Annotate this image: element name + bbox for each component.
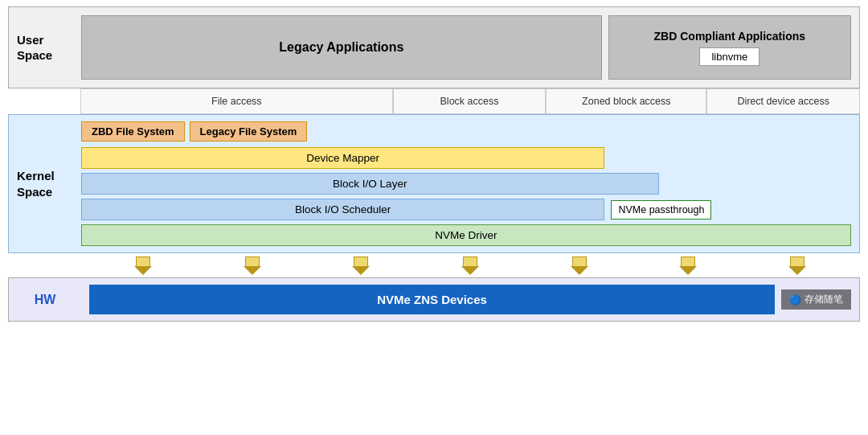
diagram-wrapper: User Space Legacy Applications ZBD Compl… [0,0,868,328]
fs-row: ZBD File System Legacy File System [81,121,851,142]
access-row: File access Block access Zoned block acc… [8,88,860,114]
kernel-space-content: ZBD File System Legacy File System Devic… [81,115,859,252]
block-access-label: Block access [393,88,547,114]
file-access-label: File access [80,88,393,114]
nvme-driver-box: NVMe Driver [81,224,851,246]
direct-device-access-label: Direct device access [706,88,860,114]
access-spacer [8,88,80,114]
legacy-applications-box: Legacy Applications [81,15,602,80]
kernel-space-section: Kernel Space ZBD File System Legacy File… [8,114,860,253]
zbd-file-system-box: ZBD File System [81,121,185,142]
watermark-icon: 🔵 [789,294,801,306]
legacy-file-system-box: Legacy File System [190,121,308,142]
user-space-label: User Space [9,7,81,88]
arrow-6 [679,256,697,275]
watermark: 🔵 存储随笔 [781,289,851,310]
user-space-content: Legacy Applications ZBD Compliant Applic… [81,7,859,88]
arrow-1 [134,256,152,275]
access-labels: File access Block access Zoned block acc… [80,88,860,114]
arrow-5 [571,256,588,275]
arrow-4 [461,256,479,275]
arrows-between-row [8,253,860,277]
arrow-7 [788,256,806,275]
zbd-compliant-box: ZBD Compliant Applications libnvme [608,15,851,80]
device-mapper-box: Device Mapper [81,147,604,169]
user-space-section: User Space Legacy Applications ZBD Compl… [8,6,860,88]
hw-section: HW NVMe ZNS Devices 🔵 存储随笔 [8,277,860,322]
arrow-2 [244,256,261,275]
block-io-scheduler-box: Block I/O Scheduler [81,199,604,220]
scheduler-row: Block I/O Scheduler NVMe passthrough [81,199,851,220]
hw-label: HW [9,278,81,321]
hw-content: NVMe ZNS Devices 🔵 存储随笔 [81,278,859,321]
zoned-block-access-label: Zoned block access [546,88,706,114]
block-io-layer-box: Block I/O Layer [81,173,659,195]
arrows-content [80,256,860,275]
kernel-space-label: Kernel Space [9,115,81,252]
arrow-3 [352,256,370,275]
libnvme-box: libnvme [699,47,760,66]
nvme-zns-box: NVMe ZNS Devices [89,285,775,314]
nvme-passthrough-box: NVMe passthrough [611,200,711,220]
